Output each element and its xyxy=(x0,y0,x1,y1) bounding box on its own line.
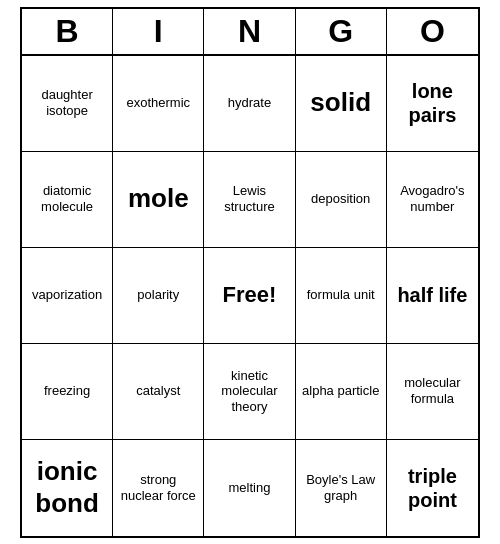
header-letter-b: B xyxy=(22,9,113,54)
bingo-cell-22[interactable]: melting xyxy=(204,440,295,536)
bingo-cell-19[interactable]: molecular formula xyxy=(387,344,478,440)
bingo-cell-14[interactable]: half life xyxy=(387,248,478,344)
bingo-cell-0[interactable]: daughter isotope xyxy=(22,56,113,152)
header-letter-n: N xyxy=(204,9,295,54)
bingo-cell-5[interactable]: diatomic molecule xyxy=(22,152,113,248)
bingo-cell-8[interactable]: deposition xyxy=(296,152,387,248)
bingo-cell-12[interactable]: Free! xyxy=(204,248,295,344)
bingo-cell-3[interactable]: solid xyxy=(296,56,387,152)
bingo-card: BINGO daughter isotopeexothermichydrates… xyxy=(20,7,480,538)
bingo-cell-6[interactable]: mole xyxy=(113,152,204,248)
bingo-cell-11[interactable]: polarity xyxy=(113,248,204,344)
bingo-cell-2[interactable]: hydrate xyxy=(204,56,295,152)
bingo-cell-10[interactable]: vaporization xyxy=(22,248,113,344)
bingo-cell-4[interactable]: lone pairs xyxy=(387,56,478,152)
bingo-cell-15[interactable]: freezing xyxy=(22,344,113,440)
bingo-cell-23[interactable]: Boyle's Law graph xyxy=(296,440,387,536)
bingo-header: BINGO xyxy=(22,9,478,56)
bingo-grid: daughter isotopeexothermichydratesolidlo… xyxy=(22,56,478,536)
bingo-cell-21[interactable]: strong nuclear force xyxy=(113,440,204,536)
header-letter-g: G xyxy=(296,9,387,54)
header-letter-i: I xyxy=(113,9,204,54)
bingo-cell-9[interactable]: Avogadro's number xyxy=(387,152,478,248)
bingo-cell-17[interactable]: kinetic molecular theory xyxy=(204,344,295,440)
bingo-cell-16[interactable]: catalyst xyxy=(113,344,204,440)
bingo-cell-13[interactable]: formula unit xyxy=(296,248,387,344)
bingo-cell-7[interactable]: Lewis structure xyxy=(204,152,295,248)
bingo-cell-18[interactable]: alpha particle xyxy=(296,344,387,440)
bingo-cell-1[interactable]: exothermic xyxy=(113,56,204,152)
header-letter-o: O xyxy=(387,9,478,54)
bingo-cell-24[interactable]: triple point xyxy=(387,440,478,536)
bingo-cell-20[interactable]: ionic bond xyxy=(22,440,113,536)
